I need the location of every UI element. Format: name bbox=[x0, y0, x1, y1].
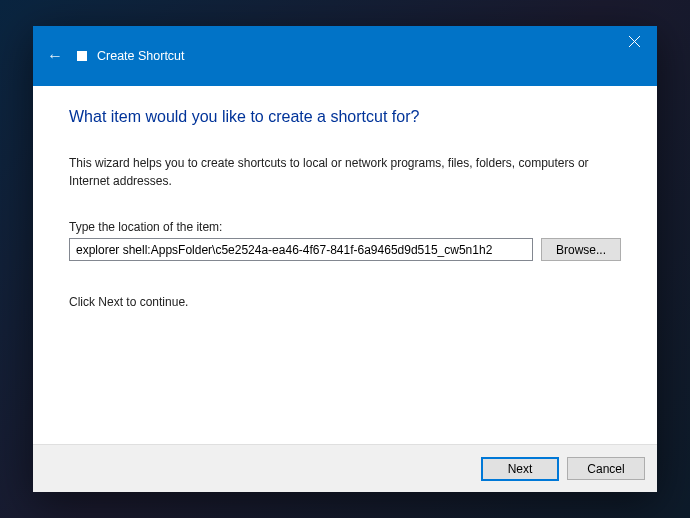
back-arrow-icon[interactable]: ← bbox=[47, 47, 63, 65]
dialog-content: What item would you like to create a sho… bbox=[33, 86, 657, 444]
close-icon bbox=[629, 36, 640, 47]
continue-instruction: Click Next to continue. bbox=[69, 295, 621, 309]
input-row: Browse... bbox=[69, 238, 621, 261]
browse-button[interactable]: Browse... bbox=[541, 238, 621, 261]
next-button[interactable]: Next bbox=[481, 457, 559, 481]
close-button[interactable] bbox=[611, 26, 657, 56]
location-input[interactable] bbox=[69, 238, 533, 261]
shortcut-icon bbox=[77, 51, 87, 61]
wizard-description: This wizard helps you to create shortcut… bbox=[69, 154, 621, 190]
page-heading: What item would you like to create a sho… bbox=[69, 108, 621, 126]
dialog-footer: Next Cancel bbox=[33, 444, 657, 492]
cancel-button[interactable]: Cancel bbox=[567, 457, 645, 480]
location-label: Type the location of the item: bbox=[69, 220, 621, 234]
titlebar: ← Create Shortcut bbox=[33, 26, 657, 86]
create-shortcut-dialog: ← Create Shortcut What item would you li… bbox=[33, 26, 657, 492]
dialog-title: Create Shortcut bbox=[97, 49, 185, 63]
